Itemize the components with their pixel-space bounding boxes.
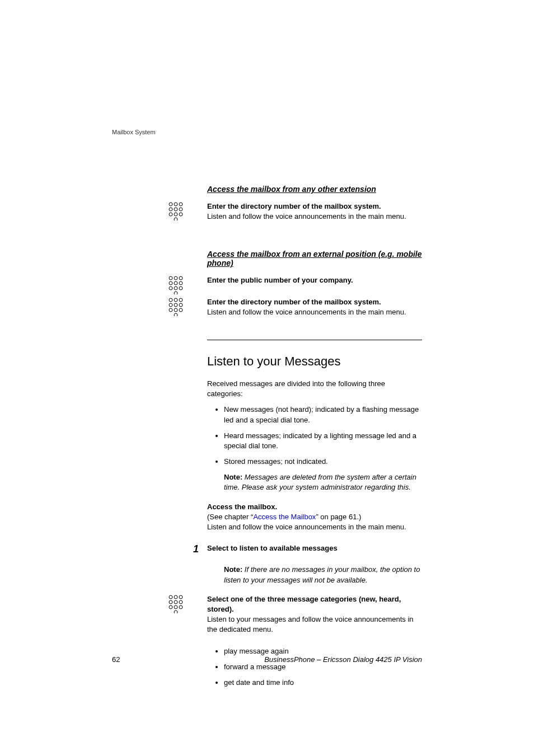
svg-point-18	[179, 287, 182, 290]
intro-text: Received messages are divided into the f…	[207, 379, 422, 399]
svg-point-10	[169, 276, 172, 280]
page-footer: 62 BusinessPhone – Ericsson Dialog 4425 …	[112, 655, 422, 664]
note-block: Note: Messages are deleted from the syst…	[224, 472, 422, 492]
note-body: Messages are deleted from the system aft…	[224, 473, 416, 491]
section-divider	[207, 340, 422, 340]
instruction-bold: Enter the public number of your company.	[207, 275, 422, 285]
header-section-label: Mailbox System	[112, 129, 156, 135]
svg-point-5	[179, 208, 182, 211]
keypad-icon	[168, 201, 184, 220]
svg-point-6	[169, 213, 172, 216]
svg-point-26	[169, 308, 172, 312]
svg-point-38	[179, 605, 182, 609]
svg-point-24	[174, 303, 177, 307]
keypad-icon	[168, 297, 184, 316]
instruction-body: Listen and follow the voice announcement…	[207, 307, 422, 317]
svg-point-31	[174, 595, 177, 599]
svg-point-17	[174, 287, 177, 290]
svg-point-25	[179, 303, 182, 307]
category-list: New messages (not heard); indicated by a…	[224, 405, 422, 467]
text-pre: (See chapter “	[207, 513, 253, 521]
step-number: 1	[193, 543, 199, 555]
instruction-bold: Enter the directory number of the mailbo…	[207, 201, 422, 212]
text-post: ” on page 61.)	[316, 513, 361, 521]
note-label: Note:	[224, 473, 242, 481]
access-mailbox-block: Access the mailbox. (See chapter “Access…	[207, 502, 422, 533]
svg-point-30	[169, 595, 172, 599]
svg-point-33	[169, 600, 172, 604]
svg-point-15	[179, 281, 182, 285]
instruction-body: Listen and follow the voice announcement…	[207, 522, 422, 532]
keypad-icon	[168, 594, 184, 613]
svg-point-12	[179, 276, 182, 280]
instruction-bold: Access the mailbox.	[207, 502, 422, 512]
svg-point-37	[174, 605, 177, 609]
section-heading-listen: Listen to your Messages	[207, 354, 422, 369]
svg-point-1	[174, 203, 177, 206]
list-item: Heard messages; indicated by a lighting …	[224, 431, 422, 451]
svg-point-27	[174, 308, 177, 312]
subsection-title-external-position: Access the mailbox from an external posi…	[207, 250, 422, 267]
svg-point-16	[169, 287, 172, 290]
page-number: 62	[112, 655, 120, 664]
see-chapter-line: (See chapter “Access the Mailbox” on pag…	[207, 512, 422, 522]
svg-point-23	[169, 303, 172, 307]
instruction-block: Enter the directory number of the mailbo…	[207, 297, 422, 317]
svg-point-34	[174, 600, 177, 604]
svg-point-8	[179, 213, 182, 216]
actions-list: play message again forward a message get…	[224, 646, 422, 688]
svg-point-36	[169, 605, 172, 609]
svg-point-39	[174, 611, 177, 613]
svg-point-32	[179, 595, 182, 599]
svg-point-0	[169, 203, 172, 206]
instruction-bold: Select one of the three message categori…	[207, 594, 422, 614]
note-block: Note: If there are no messages in your m…	[224, 565, 422, 585]
svg-point-2	[179, 203, 182, 206]
select-category-block: Select one of the three message categori…	[207, 594, 422, 635]
note-body: If there are no messages in your mailbox…	[224, 565, 420, 584]
svg-point-19	[174, 292, 177, 294]
svg-point-14	[174, 281, 177, 285]
instruction-block: Enter the directory number of the mailbo…	[207, 201, 422, 222]
instruction-body: Listen and follow the voice announcement…	[207, 212, 422, 222]
svg-point-29	[174, 313, 177, 316]
page: Mailbox System Access the mailbox from a…	[0, 0, 534, 756]
note-label: Note:	[224, 565, 242, 574]
svg-point-21	[174, 298, 177, 302]
svg-point-28	[179, 308, 182, 312]
instruction-bold: Enter the directory number of the mailbo…	[207, 297, 422, 307]
instruction-block: Enter the public number of your company.	[207, 275, 422, 285]
list-item: play message again	[224, 646, 422, 656]
svg-point-11	[174, 276, 177, 280]
product-name: BusinessPhone – Ericsson Dialog 4425 IP …	[264, 655, 422, 664]
keypad-icon	[168, 275, 184, 294]
svg-point-3	[169, 208, 172, 211]
subsection-title-other-extension: Access the mailbox from any other extens…	[207, 185, 422, 194]
text-column: Access the mailbox from any other extens…	[207, 185, 422, 688]
instruction-bold: Select to listen to available messages	[207, 543, 422, 553]
instruction-body: Listen to your messages and follow the v…	[207, 614, 422, 635]
svg-point-7	[174, 213, 177, 216]
list-item: Stored messages; not indicated.	[224, 457, 422, 467]
svg-point-4	[174, 208, 177, 211]
list-item: get date and time info	[224, 678, 422, 688]
svg-point-9	[174, 218, 177, 220]
page-content: Access the mailbox from any other extens…	[112, 185, 422, 688]
step-block: 1 Select to listen to available messages	[207, 543, 422, 553]
svg-point-35	[179, 600, 182, 604]
list-item: New messages (not heard); indicated by a…	[224, 405, 422, 425]
svg-point-20	[169, 298, 172, 302]
svg-point-22	[179, 298, 182, 302]
svg-point-13	[169, 281, 172, 285]
link-access-mailbox[interactable]: Access the Mailbox	[253, 513, 316, 521]
